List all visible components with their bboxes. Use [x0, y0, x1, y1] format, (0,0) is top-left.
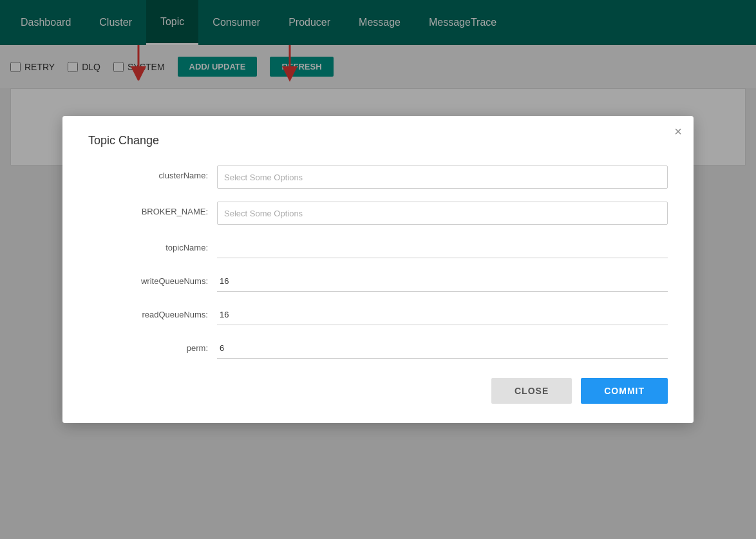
close-button[interactable]: CLOSE — [491, 378, 572, 404]
write-queue-row: writeQueueNums: — [88, 271, 668, 292]
topic-change-modal: × Topic Change clusterName: Select Some … — [62, 116, 694, 423]
write-queue-label: writeQueueNums: — [88, 271, 217, 286]
topic-name-control — [217, 238, 668, 258]
cluster-name-label: clusterName: — [88, 165, 217, 180]
read-queue-label: readQueueNums: — [88, 305, 217, 319]
perm-input[interactable] — [217, 338, 668, 359]
commit-button[interactable]: COMMIT — [581, 378, 668, 404]
broker-name-control: Select Some Options — [217, 202, 668, 225]
modal-close-button[interactable]: × — [674, 125, 682, 138]
perm-control — [217, 338, 668, 359]
broker-name-select[interactable]: Select Some Options — [217, 202, 668, 225]
write-queue-control — [217, 271, 668, 292]
read-queue-control — [217, 305, 668, 325]
broker-name-label: BROKER_NAME: — [88, 202, 217, 216]
read-queue-input[interactable] — [217, 305, 668, 325]
topic-name-row: topicName: — [88, 238, 668, 258]
cluster-name-select[interactable]: Select Some Options — [217, 165, 668, 189]
write-queue-input[interactable] — [217, 271, 668, 292]
perm-label: perm: — [88, 338, 217, 353]
cluster-name-row: clusterName: Select Some Options — [88, 165, 668, 189]
broker-name-row: BROKER_NAME: Select Some Options — [88, 202, 668, 225]
modal-footer: CLOSE COMMIT — [88, 378, 668, 404]
cluster-name-control: Select Some Options — [217, 165, 668, 189]
topic-name-input[interactable] — [217, 238, 668, 258]
modal-overlay: × Topic Change clusterName: Select Some … — [0, 0, 756, 539]
read-queue-row: readQueueNums: — [88, 305, 668, 325]
modal-title: Topic Change — [88, 134, 668, 147]
page-wrapper: Dashboard Cluster Topic Consumer Produce… — [0, 0, 756, 165]
topic-name-label: topicName: — [88, 238, 217, 252]
perm-row: perm: — [88, 338, 668, 359]
